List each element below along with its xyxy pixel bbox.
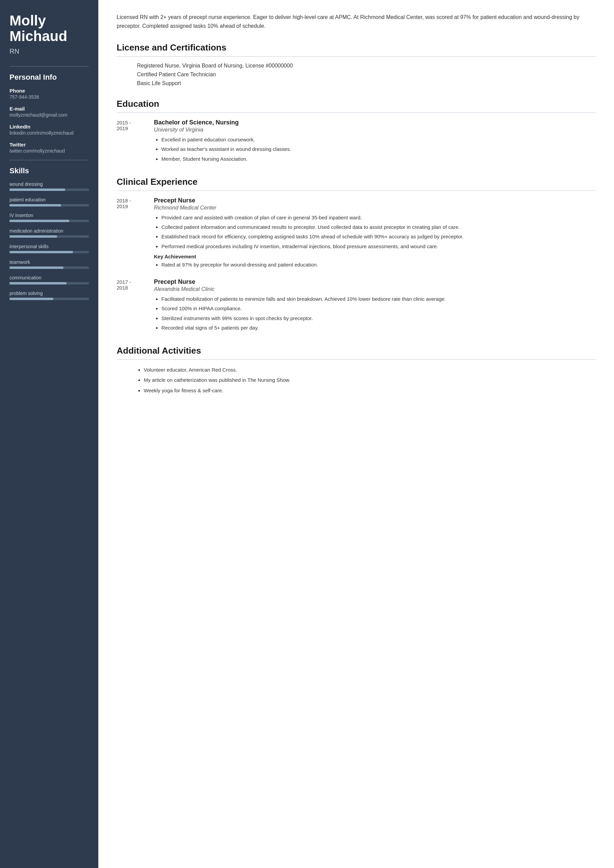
skill-item: communication <box>9 275 89 284</box>
email-label: E-mail <box>9 106 89 112</box>
skill-bar-accent <box>69 220 81 222</box>
skill-name: communication <box>9 275 89 281</box>
skill-item: patient education <box>9 197 89 206</box>
education-entries: 2015 - 2019Bachelor of Science, NursingU… <box>116 119 596 164</box>
skill-bar-accent <box>67 282 78 284</box>
skill-name: interpersonal skills <box>9 244 89 249</box>
license-hr <box>116 56 596 57</box>
name-line2: Michaud <box>9 28 67 44</box>
clinical-entries: 2018 - 2019Precept NurseRichmond Medical… <box>116 197 596 333</box>
cert-item: Registered Nurse, Virginia Board of Nurs… <box>137 63 596 69</box>
bullet-item: Member, Student Nursing Association. <box>161 155 596 163</box>
skill-item: teamwork <box>9 259 89 269</box>
bullet-item: Recorded vital signs of 5+ patients per … <box>161 324 596 332</box>
skill-bar-fill <box>9 204 61 206</box>
key-achievement-label: Key Achievement <box>154 254 596 259</box>
skill-bar-fill <box>9 267 64 269</box>
entry-bullets: Facilitated mobilization of patients to … <box>154 295 596 332</box>
skill-bar-accent <box>61 204 73 206</box>
clinical-entry: 2017 - 2018Precept NurseAlexandria Medic… <box>116 278 596 333</box>
entry-content: Precept NurseRichmond Medical CenterProv… <box>154 197 596 270</box>
bullet-item: Facilitated mobilization of patients to … <box>161 295 596 303</box>
phone-block: Phone 757-944-3536 <box>9 88 89 100</box>
skill-name: patient education <box>9 197 89 202</box>
clinical-entry: 2018 - 2019Precept NurseRichmond Medical… <box>116 197 596 270</box>
clinical-heading: Clinical Experience <box>116 177 596 187</box>
skill-bar-bg <box>9 267 89 269</box>
entry-dates: 2018 - 2019 <box>116 197 154 270</box>
skill-bar-bg <box>9 204 89 206</box>
skill-bar-bg <box>9 235 89 238</box>
bullet-item: Worked as teacher's assistant in wound d… <box>161 145 596 153</box>
skill-name: teamwork <box>9 259 89 265</box>
skill-bar-fill <box>9 282 67 284</box>
skill-item: interpersonal skills <box>9 244 89 253</box>
additional-bullet: My article on catheterization was publis… <box>144 376 596 384</box>
summary-text: Licensed RN with 2+ years of precept nur… <box>116 13 596 30</box>
skill-item: wound dressing <box>9 181 89 191</box>
bullet-item: Collected patient information and commun… <box>161 223 596 231</box>
clinical-section: Clinical Experience 2018 - 2019Precept N… <box>116 177 596 333</box>
phone-value: 757-944-3536 <box>9 94 89 100</box>
license-heading: License and Certifications <box>116 42 596 53</box>
skill-bar-bg <box>9 282 89 284</box>
resume-container: Molly Michaud RN Personal Info Phone 757… <box>0 0 614 868</box>
additional-bullets: Volunteer educator, American Red Cross.M… <box>116 366 596 394</box>
additional-heading: Additional Activities <box>116 346 596 356</box>
skill-bar-fill <box>9 235 57 238</box>
divider-skills <box>9 160 89 160</box>
bullet-item: Performed medical procedures including I… <box>161 242 596 250</box>
skill-name: problem solving <box>9 291 89 296</box>
summary-section: Licensed RN with 2+ years of precept nur… <box>116 13 596 30</box>
linkedin-block: LinkedIn linkedin.com/in/mollyzmichaud <box>9 124 89 136</box>
bullet-item: Scored 100% in HIPAA compliance. <box>161 304 596 312</box>
education-entry: 2015 - 2019Bachelor of Science, NursingU… <box>116 119 596 164</box>
additional-bullet: Volunteer educator, American Red Cross. <box>144 366 596 374</box>
cert-list: Registered Nurse, Virginia Board of Nurs… <box>116 63 596 87</box>
additional-section: Additional Activities Volunteer educator… <box>116 346 596 394</box>
additional-hr <box>116 360 596 360</box>
twitter-value: twitter.com/mollyzmichaud <box>9 148 89 153</box>
education-section: Education 2015 - 2019Bachelor of Science… <box>116 99 596 164</box>
skill-bar-bg <box>9 251 89 253</box>
entry-bullets: Provided care and assisted with creation… <box>154 214 596 250</box>
name-line1: Molly <box>9 12 46 28</box>
cert-item: Basic Life Support <box>137 81 596 87</box>
twitter-block: Twitter twitter.com/mollyzmichaud <box>9 142 89 153</box>
twitter-label: Twitter <box>9 142 89 147</box>
key-achievement-bullets: Rated at 97% by preceptor for wound-dres… <box>154 261 596 268</box>
bullet-item: Excelled in patient education coursework… <box>161 136 596 143</box>
skill-bar-fill <box>9 220 69 222</box>
personal-info-heading: Personal Info <box>9 73 89 82</box>
main-content: Licensed RN with 2+ years of precept nur… <box>98 0 614 868</box>
skill-bar-fill <box>9 189 65 191</box>
email-value: mollyzmichaud@gmail.com <box>9 112 89 118</box>
skill-item: problem solving <box>9 291 89 300</box>
bullet-item: Sterilized instruments with 99% scores i… <box>161 314 596 322</box>
cert-item: Certified Patient Care Technician <box>137 71 596 78</box>
skill-name: medication administration <box>9 228 89 234</box>
entry-title: Precept Nurse <box>154 278 596 285</box>
entry-title: Precept Nurse <box>154 197 596 204</box>
skill-bar-accent <box>64 267 78 269</box>
entry-bullets: Excelled in patient education coursework… <box>154 136 596 163</box>
entry-subtitle: University of Virginia <box>154 127 596 133</box>
education-heading: Education <box>116 99 596 109</box>
entry-content: Precept NurseAlexandria Medical ClinicFa… <box>154 278 596 333</box>
skill-item: IV insertion <box>9 212 89 222</box>
divider-personal <box>9 66 89 67</box>
skill-bar-fill <box>9 251 73 253</box>
entry-title: Bachelor of Science, Nursing <box>154 119 596 126</box>
linkedin-value: linkedin.com/in/mollyzmichaud <box>9 130 89 136</box>
skill-bar-bg <box>9 298 89 300</box>
entry-dates: 2015 - 2019 <box>116 119 154 164</box>
bullet-item: Provided care and assisted with creation… <box>161 214 596 222</box>
skill-bar-accent <box>73 251 81 253</box>
entry-dates: 2017 - 2018 <box>116 278 154 333</box>
skill-bar-accent <box>65 189 81 191</box>
skill-bar-bg <box>9 220 89 222</box>
skills-heading: Skills <box>9 166 89 175</box>
bullet-item: Established track record for efficiency,… <box>161 232 596 240</box>
phone-label: Phone <box>9 88 89 94</box>
linkedin-label: LinkedIn <box>9 124 89 130</box>
